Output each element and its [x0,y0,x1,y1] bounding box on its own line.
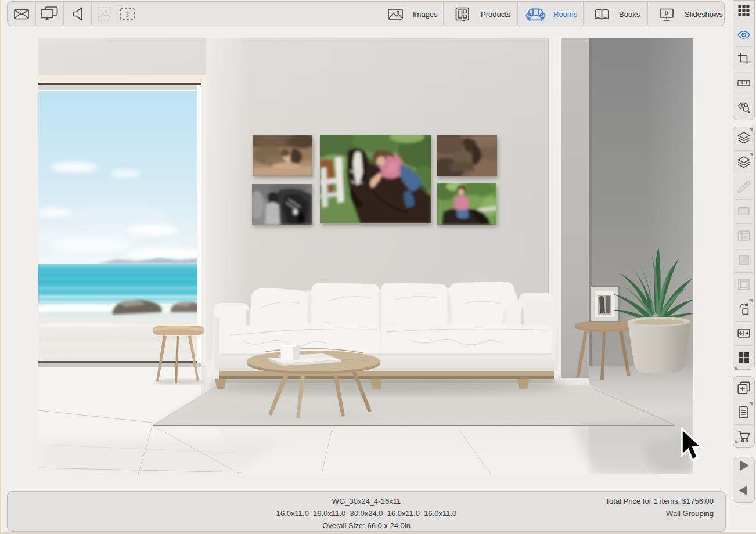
svg-text:3: 3 [125,11,129,18]
